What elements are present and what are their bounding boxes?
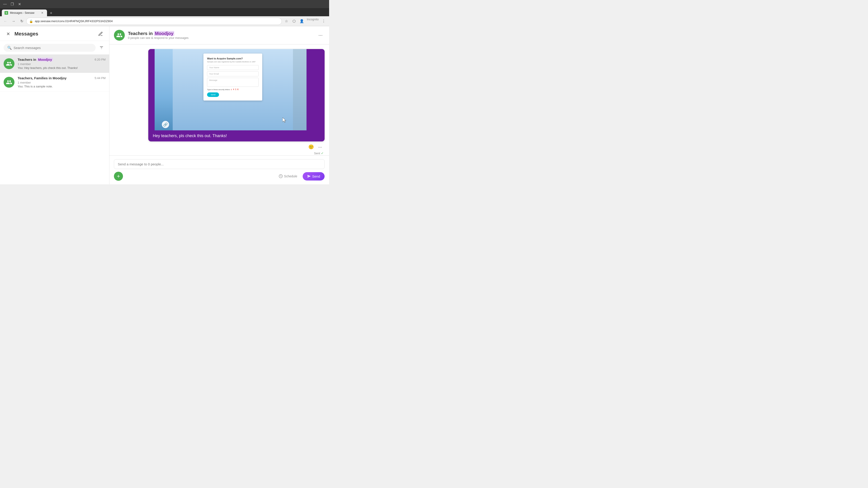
sent-label: Sent — [314, 152, 320, 155]
image-column-left — [155, 49, 173, 130]
security-label: Type in these security letters — [207, 89, 230, 91]
filter-button[interactable] — [97, 43, 105, 52]
url-text: app.seesaw.me/c/conv.01HR4FNQSKJRF4332PS… — [35, 20, 279, 23]
close-window-button[interactable]: ✕ — [16, 1, 23, 7]
send-icon — [307, 174, 311, 178]
bookmark-button[interactable]: ☆ — [283, 18, 290, 25]
address-bar[interactable]: 🔒 app.seesaw.me/c/conv.01HR4FNQSKJRF4332… — [26, 18, 282, 25]
form-title: Want to Acquire Sample.com? — [207, 57, 258, 60]
form-send-button[interactable]: Send — [207, 92, 219, 97]
conversation-item[interactable]: Teachers, Families in Moodjoy 5:44 PM 1 … — [0, 73, 109, 92]
emoji-reaction-button[interactable]: 🙂 — [307, 143, 315, 151]
restore-button[interactable]: ❐ — [9, 1, 16, 7]
conversation-name: Teachers, Families in Moodjoy — [18, 76, 66, 80]
conversation-top: Teachers, Families in Moodjoy 5:44 PM — [18, 76, 105, 80]
sidebar-title: Messages — [14, 31, 38, 37]
conversation-name: Teachers in Moodjoy — [18, 58, 53, 61]
input-area: + Schedule Send — [110, 156, 329, 184]
search-bar: 🔍 — [0, 41, 109, 55]
conversation-preview: You: Hey teachers, pls check this out. T… — [18, 66, 105, 70]
conversation-list: Teachers in Moodjoy 6:20 PM 1 member You… — [0, 55, 109, 184]
chat-more-button[interactable]: ··· — [316, 31, 324, 39]
new-tab-button[interactable]: + — [48, 10, 54, 16]
conversation-time: 5:44 PM — [95, 76, 105, 80]
plus-icon: + — [117, 173, 120, 180]
message-actions: 🙂 ··· — [307, 141, 324, 151]
add-attachment-button[interactable]: + — [114, 172, 123, 181]
conversation-member: 1 member — [18, 81, 105, 84]
lock-icon: 🔒 — [29, 20, 33, 23]
browser-toolbar: ← → ↻ 🔒 app.seesaw.me/c/conv.01HR4FNQSKJ… — [0, 16, 329, 26]
avatar — [4, 58, 14, 69]
form-security: Type in these security letters c 4 5 K — [207, 89, 258, 91]
menu-button[interactable]: ⋮ — [320, 18, 327, 25]
image-column-right — [293, 49, 307, 130]
chat-header: Teachers in Moodjoy 0 people can see & r… — [110, 26, 329, 44]
message-wrapper: Want to Acquire Sample.com? Sample.com w… — [144, 49, 324, 155]
minimize-button[interactable]: — — [2, 1, 8, 7]
schedule-label: Schedule — [284, 174, 297, 178]
tab-title: Messages - Seesaw — [10, 11, 38, 14]
app-container: ✕ Messages 🔍 — [0, 26, 329, 184]
tab-close-button[interactable]: ✕ — [40, 11, 44, 15]
search-input[interactable] — [13, 46, 92, 50]
message-caption: Hey teachers, pls check this out. Thanks… — [148, 130, 324, 141]
tab-bar: S Messages - Seesaw ✕ + — [0, 8, 329, 16]
forward-button[interactable]: → — [10, 18, 17, 25]
browser-titlebar: — ❐ ✕ — [0, 0, 329, 8]
sidebar-header-left: ✕ Messages — [4, 30, 38, 37]
incognito-label: Incognito — [306, 18, 320, 25]
search-icon: 🔍 — [7, 46, 12, 50]
chat-header-actions: ··· — [316, 31, 324, 39]
send-label: Send — [312, 174, 320, 178]
conversation-member: 1 member — [18, 62, 105, 66]
avatar — [4, 77, 14, 88]
sidebar: ✕ Messages 🔍 — [0, 26, 110, 184]
conversation-top: Teachers in Moodjoy 6:20 PM — [18, 58, 105, 61]
check-icon: ✓ — [321, 151, 324, 155]
sent-status: Sent ✓ — [313, 151, 324, 155]
chat-area: Teachers in Moodjoy 0 people can see & r… — [110, 26, 329, 184]
conversation-preview: You: This is a sample note. — [18, 85, 105, 88]
toolbar-actions: ☆ ⬡ 👤 Incognito ⋮ — [283, 18, 327, 25]
reload-button[interactable]: ↻ — [18, 18, 25, 25]
compose-button[interactable] — [96, 30, 105, 38]
input-toolbar: + Schedule Send — [114, 172, 324, 181]
message-image: Want to Acquire Sample.com? Sample.com w… — [148, 49, 324, 130]
extensions-button[interactable]: ⬡ — [290, 18, 298, 25]
form-overlay: Want to Acquire Sample.com? Sample.com w… — [204, 54, 262, 101]
conversation-content: Teachers, Families in Moodjoy 5:44 PM 1 … — [18, 76, 105, 88]
message-input[interactable] — [118, 162, 321, 166]
message-card: Want to Acquire Sample.com? Sample.com w… — [148, 49, 324, 141]
form-area: Want to Acquire Sample.com? Sample.com w… — [173, 49, 293, 130]
security-code: c 4 5 K — [231, 89, 239, 91]
link-icon: 🔗 — [162, 121, 169, 128]
sidebar-header: ✕ Messages — [0, 26, 109, 41]
send-button[interactable]: Send — [303, 172, 324, 181]
back-button[interactable]: ← — [2, 18, 9, 25]
purple-left-bar — [148, 49, 155, 130]
message-more-button[interactable]: ··· — [316, 143, 324, 151]
form-field-name: Your Name — [207, 65, 258, 70]
schedule-button[interactable]: Schedule — [276, 172, 300, 180]
form-field-email: Your Email — [207, 71, 258, 76]
form-subtitle: Sample.com was registered by the Castell… — [207, 61, 258, 63]
chat-subtitle: 0 people can see & respond to your messa… — [128, 36, 313, 39]
name-highlight: Moodjoy — [37, 58, 53, 61]
conversation-time: 6:20 PM — [95, 58, 105, 61]
profile-button[interactable]: 👤 — [298, 18, 305, 25]
close-sidebar-button[interactable]: ✕ — [4, 30, 12, 37]
search-input-wrapper[interactable]: 🔍 — [4, 44, 96, 52]
messages-area: Want to Acquire Sample.com? Sample.com w… — [110, 44, 329, 156]
chat-title-highlight: Moodjoy — [154, 31, 174, 36]
conversation-content: Teachers in Moodjoy 6:20 PM 1 member You… — [18, 58, 105, 70]
tab-favicon: S — [4, 11, 8, 15]
purple-right-bar — [307, 49, 324, 130]
chat-avatar — [114, 30, 125, 41]
message-input-wrapper[interactable] — [114, 159, 324, 169]
chat-title: Teachers in Moodjoy — [128, 31, 313, 36]
browser-chrome: — ❐ ✕ S Messages - Seesaw ✕ + ← → ↻ 🔒 ap… — [0, 0, 329, 26]
active-tab[interactable]: S Messages - Seesaw ✕ — [2, 9, 47, 16]
conversation-item[interactable]: Teachers in Moodjoy 6:20 PM 1 member You… — [0, 55, 109, 73]
form-field-message: Message — [207, 78, 258, 87]
